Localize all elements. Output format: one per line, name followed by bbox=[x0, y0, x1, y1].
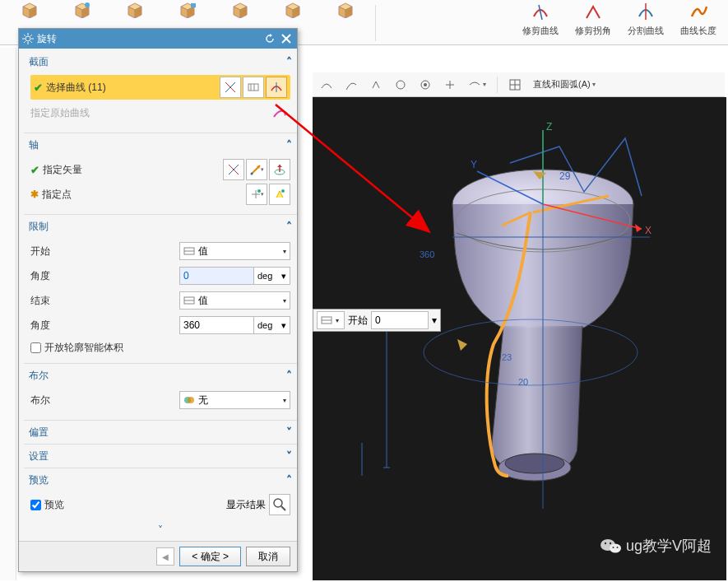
ribbon-split-curve[interactable]: 分割曲线 bbox=[621, 2, 670, 43]
svg-point-97 bbox=[605, 542, 606, 544]
left-strip bbox=[0, 48, 16, 580]
tool2-grid[interactable] bbox=[504, 76, 526, 94]
ribbon-label: 修剪拐角 bbox=[575, 25, 611, 37]
ribbon-cube-7[interactable] bbox=[321, 2, 370, 43]
tool2-more[interactable]: ▾ bbox=[464, 76, 490, 94]
svg-point-25 bbox=[396, 81, 405, 89]
svg-point-99 bbox=[612, 547, 614, 548]
tool2-arc[interactable] bbox=[341, 76, 362, 94]
tool2-curves[interactable] bbox=[316, 76, 337, 94]
viewport-float-input[interactable]: ▾ 开始 ▾ bbox=[313, 309, 441, 332]
preview-checkbox[interactable]: 预览 bbox=[30, 496, 226, 514]
vector-dialog-button[interactable]: ▾ bbox=[246, 159, 267, 180]
svg-marker-51 bbox=[457, 339, 467, 351]
svg-text:20: 20 bbox=[518, 377, 528, 387]
checkmark-icon: ✔ bbox=[34, 81, 43, 94]
svg-point-96 bbox=[610, 544, 621, 553]
svg-line-60 bbox=[24, 35, 26, 36]
section-header-offset[interactable]: 偏置 ˅ bbox=[24, 422, 297, 442]
section-header-limits[interactable]: 限制 ˄ bbox=[24, 217, 297, 236]
asterisk-icon: ✱ bbox=[30, 189, 39, 200]
stop-at-intersection-button[interactable] bbox=[266, 77, 287, 98]
svg-point-98 bbox=[610, 542, 611, 544]
svg-text:Y: Y bbox=[471, 159, 477, 170]
svg-text:23: 23 bbox=[502, 352, 512, 362]
curve-rule-button[interactable] bbox=[243, 77, 264, 98]
point-infer-button[interactable]: ▾ bbox=[246, 184, 267, 205]
show-result-button[interactable] bbox=[269, 494, 290, 515]
float-value-input[interactable] bbox=[371, 311, 429, 329]
origin-curve-button[interactable] bbox=[269, 102, 290, 123]
start-angle-input[interactable] bbox=[179, 267, 254, 285]
svg-text:360: 360 bbox=[420, 249, 434, 259]
point-dialog-button[interactable] bbox=[269, 184, 290, 205]
nav-prev-button[interactable]: ◀ bbox=[156, 547, 174, 566]
checkmark-icon: ✔ bbox=[30, 164, 39, 176]
chevron-up-icon: ˄ bbox=[286, 473, 292, 487]
gear-icon bbox=[22, 33, 34, 44]
svg-point-27 bbox=[424, 83, 427, 86]
dialog-titlebar[interactable]: 旋转 bbox=[19, 29, 297, 49]
tool2-line-arc-menu[interactable]: 直线和圆弧(A) ▾ bbox=[529, 76, 600, 94]
svg-text:Z: Z bbox=[546, 121, 552, 133]
select-curve-row[interactable]: ✔选择曲线 (11) bbox=[30, 75, 290, 100]
dialog-body: 截面 ˄ ✔选择曲线 (11) 指定原始曲线 轴 ˄ bbox=[19, 49, 297, 541]
svg-point-100 bbox=[616, 547, 618, 548]
tool2-plus[interactable] bbox=[439, 76, 461, 94]
ribbon-label: 曲线长度 bbox=[680, 25, 716, 37]
section-header-settings[interactable]: 设置 ˅ bbox=[24, 446, 297, 466]
chevron-up-icon: ˄ bbox=[286, 220, 292, 233]
start-angle-unit[interactable]: deg▾ bbox=[254, 267, 290, 285]
svg-point-77 bbox=[251, 173, 253, 175]
svg-text:X: X bbox=[645, 225, 651, 236]
section-header-section[interactable]: 截面 ˄ bbox=[24, 52, 297, 72]
svg-point-84 bbox=[281, 189, 285, 193]
float-label: 开始 bbox=[348, 314, 368, 328]
tool2-circle1[interactable] bbox=[390, 76, 411, 94]
tool2-circle2[interactable] bbox=[415, 76, 436, 94]
open-contour-checkbox[interactable]: 开放轮廓智能体积 bbox=[30, 338, 290, 356]
chevron-up-icon: ˄ bbox=[286, 138, 292, 151]
chevron-up-icon: ˄ bbox=[286, 55, 292, 68]
tool2-arc2[interactable] bbox=[365, 76, 387, 94]
svg-point-6 bbox=[85, 2, 90, 7]
svg-rect-13 bbox=[191, 3, 196, 7]
viewport-3d[interactable]: X Z Y 29 23 20 360 bbox=[313, 97, 726, 580]
vector-reverse-button[interactable] bbox=[269, 159, 290, 180]
section-header-axis[interactable]: 轴 ˄ bbox=[24, 135, 297, 155]
curve-filter-button[interactable] bbox=[220, 77, 241, 98]
dialog-title: 旋转 bbox=[37, 32, 261, 46]
wechat-icon bbox=[600, 536, 623, 556]
end-type-select[interactable]: 值 ▾ bbox=[179, 291, 290, 310]
cancel-button[interactable]: 取消 bbox=[246, 547, 290, 566]
end-angle-unit[interactable]: deg▾ bbox=[254, 316, 290, 334]
ribbon-trim-corner[interactable]: 修剪拐角 bbox=[568, 2, 618, 43]
float-dropdown-arrow[interactable]: ▾ bbox=[432, 314, 437, 326]
ok-button[interactable]: < 确定 > bbox=[179, 547, 241, 566]
ribbon-trim-curve[interactable]: 修剪曲线 bbox=[516, 2, 565, 43]
ribbon-label: 修剪曲线 bbox=[522, 25, 559, 37]
svg-point-55 bbox=[26, 36, 30, 41]
section-header-preview[interactable]: 预览 ˄ bbox=[24, 470, 297, 490]
svg-line-23 bbox=[539, 5, 542, 20]
section-header-boolean[interactable]: 布尔 ˄ bbox=[24, 365, 297, 385]
start-type-select[interactable]: 值 ▾ bbox=[179, 242, 290, 260]
dialog-footer: ◀ < 确定 > 取消 bbox=[19, 541, 297, 571]
ribbon-curve-length[interactable]: 曲线长度 bbox=[674, 2, 723, 43]
float-type-select[interactable]: ▾ bbox=[317, 311, 345, 329]
svg-marker-80 bbox=[277, 165, 282, 167]
svg-point-36 bbox=[505, 454, 564, 473]
svg-point-90 bbox=[188, 397, 194, 403]
svg-line-63 bbox=[30, 35, 32, 36]
expand-toggle[interactable]: ˅ bbox=[24, 523, 297, 538]
svg-line-62 bbox=[24, 41, 26, 43]
svg-line-92 bbox=[281, 506, 285, 510]
boolean-select[interactable]: 无 ▾ bbox=[179, 391, 290, 409]
dialog-close-icon[interactable] bbox=[279, 31, 294, 46]
revolve-dialog: 旋转 截面 ˄ ✔选择曲线 (11) 指定原始曲线 bbox=[18, 28, 298, 572]
tool2-text: 直线和圆弧(A) bbox=[533, 78, 591, 91]
end-angle-input[interactable] bbox=[179, 316, 254, 334]
vector-infer-button[interactable] bbox=[223, 159, 244, 180]
show-result-label: 显示结果 bbox=[226, 498, 266, 512]
dialog-reset-icon[interactable] bbox=[262, 31, 277, 46]
